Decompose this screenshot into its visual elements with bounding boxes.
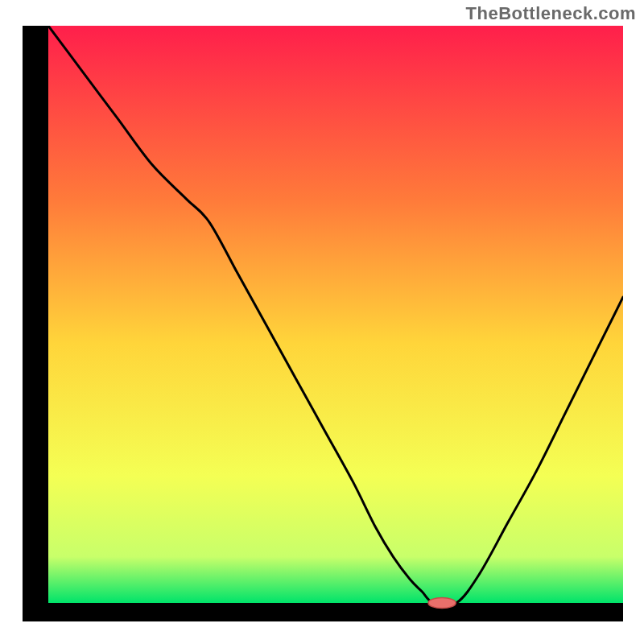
optimal-marker xyxy=(428,598,456,609)
chart-frame: TheBottleneck.com xyxy=(0,0,644,644)
chart-svg xyxy=(23,26,623,621)
gradient-background xyxy=(48,26,623,603)
watermark-text: TheBottleneck.com xyxy=(466,3,636,24)
plot-area xyxy=(23,26,623,621)
